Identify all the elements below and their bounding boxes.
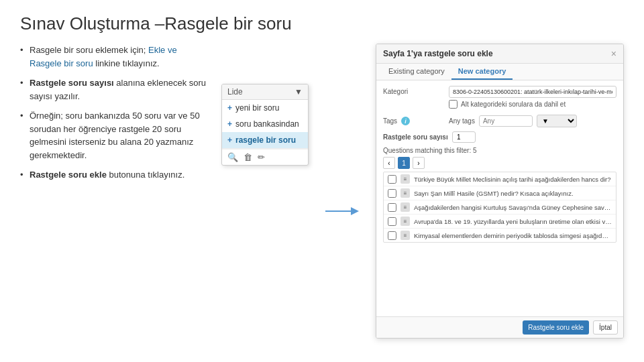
- dialog-tabs: Existing category New category: [376, 64, 623, 80]
- bullet-1: Rasgele bir soru eklemek için; Ekle ve R…: [20, 44, 208, 70]
- plus-icon-1: +: [227, 103, 232, 113]
- tags-label: Tags i: [383, 115, 443, 125]
- q4-icon: ≡: [400, 217, 410, 226]
- dialog-panel: Sayfa 1'ya rastgele soru ekle × Existing…: [376, 44, 624, 339]
- questions-info: Questions matching this filter: 5: [383, 147, 616, 154]
- add-dropdown-menu: Lide ▼ + yeni bir soru + soru bankasinda…: [221, 84, 309, 166]
- question-item-1: ≡ Türkiye Büyük Millet Meclisinin açılış…: [384, 172, 616, 186]
- tags-select[interactable]: ▼: [537, 115, 577, 127]
- dropdown-actions: 🔍 🗑 ✏: [222, 149, 308, 165]
- search-icon[interactable]: 🔍: [227, 152, 238, 162]
- tags-row: Tags i Any tags ▼: [383, 115, 616, 127]
- dropdown-item-from-bank[interactable]: + soru bankasindan: [222, 116, 308, 132]
- subcategory-checkbox[interactable]: [449, 100, 458, 109]
- arrow-icon: [325, 204, 359, 218]
- question-list: ≡ Türkiye Büyük Millet Meclisinin açılış…: [383, 172, 616, 243]
- plus-icon-2: +: [227, 119, 232, 129]
- q1-icon: ≡: [400, 174, 410, 184]
- q5-icon: ≡: [400, 231, 410, 240]
- tags-info-icon: i: [401, 117, 410, 125]
- dialog-close-button[interactable]: ×: [611, 48, 616, 59]
- rastgele-row: Rastgele soru sayısı: [383, 131, 616, 143]
- dropdown-item-random[interactable]: + rasgele bir soru: [222, 132, 308, 148]
- tags-control: Any tags ▼: [449, 115, 616, 127]
- page-title: Sınav Oluşturma –Rasgele bir soru: [20, 13, 624, 34]
- q3-icon: ≡: [400, 202, 410, 212]
- dropdown-item-new-question[interactable]: + yeni bir soru: [222, 100, 308, 116]
- bullet-list: Rasgele bir soru eklemek için; Ekle ve R…: [20, 44, 208, 182]
- q1-checkbox[interactable]: [388, 175, 396, 184]
- edit-icon[interactable]: ✏: [258, 152, 265, 162]
- plus-icon-3: +: [227, 135, 232, 145]
- delete-icon[interactable]: 🗑: [244, 152, 252, 162]
- dialog-body: Kategori Alt kategorideki sorulara da da…: [376, 80, 623, 316]
- q3-checkbox[interactable]: [388, 203, 396, 212]
- q2-icon: ≡: [400, 188, 410, 198]
- dialog-header: Sayfa 1'ya rastgele soru ekle ×: [376, 44, 623, 64]
- question-item-5: ≡ Kimyasal elementlerden demirin periyod…: [384, 229, 616, 242]
- chevron-down-icon: ▼: [294, 87, 303, 97]
- rastgele-number-input[interactable]: [452, 131, 476, 143]
- rastgele-label: Rastgele soru sayısı: [383, 133, 448, 141]
- page-1-btn[interactable]: 1: [398, 157, 410, 169]
- question-item-4: ≡ Avrupa'da 18. ve 19. yüzyıllarda yeni …: [384, 215, 616, 229]
- dialog-title: Sayfa 1'ya rastgele soru ekle: [383, 49, 493, 58]
- category-control: Alt kategorideki sorulara da dahil et: [449, 86, 616, 111]
- arrow-container: [322, 84, 362, 339]
- prev-page-btn[interactable]: ‹: [383, 157, 395, 169]
- subcategory-checkbox-row: Alt kategorideki sorulara da dahil et: [449, 100, 616, 109]
- tab-new-category[interactable]: New category: [451, 64, 513, 80]
- cancel-button[interactable]: İptal: [593, 320, 618, 335]
- next-page-btn[interactable]: ›: [413, 157, 425, 169]
- bullet-4: Rastgele soru ekle butonuna tıklayınız.: [20, 168, 208, 182]
- bullet-2: Rastgele soru sayısı alanına eklenecek s…: [20, 76, 208, 103]
- category-input[interactable]: [449, 86, 616, 98]
- question-item-3: ≡ Aşağıdakilerden hangisi Kurtuluş Savaş…: [384, 200, 616, 215]
- pagination-row: ‹ 1 ›: [383, 157, 616, 169]
- bullet-3: Örneğin; soru bankanızda 50 soru var ve …: [20, 109, 208, 162]
- tab-existing-category[interactable]: Existing category: [382, 64, 451, 80]
- middle-panel: Lide ▼ + yeni bir soru + soru bankasinda…: [221, 84, 309, 339]
- tags-input[interactable]: [479, 115, 533, 127]
- dropdown-header[interactable]: Lide ▼: [222, 84, 308, 100]
- category-label: Kategori: [383, 86, 443, 95]
- question-item-2: ≡ Sayrı Şan Millî Hasile (GSMT) nedir? K…: [384, 186, 616, 200]
- rastgele-soru-ekle-button[interactable]: Rastgele soru ekle: [523, 320, 589, 335]
- left-panel: Rasgele bir soru eklemek için; Ekle ve R…: [20, 44, 208, 339]
- q2-checkbox[interactable]: [388, 189, 396, 198]
- q4-checkbox[interactable]: [388, 217, 396, 226]
- dialog-footer: Rastgele soru ekle İptal: [376, 316, 623, 338]
- q5-checkbox[interactable]: [388, 231, 396, 240]
- category-row: Kategori Alt kategorideki sorulara da da…: [383, 86, 616, 111]
